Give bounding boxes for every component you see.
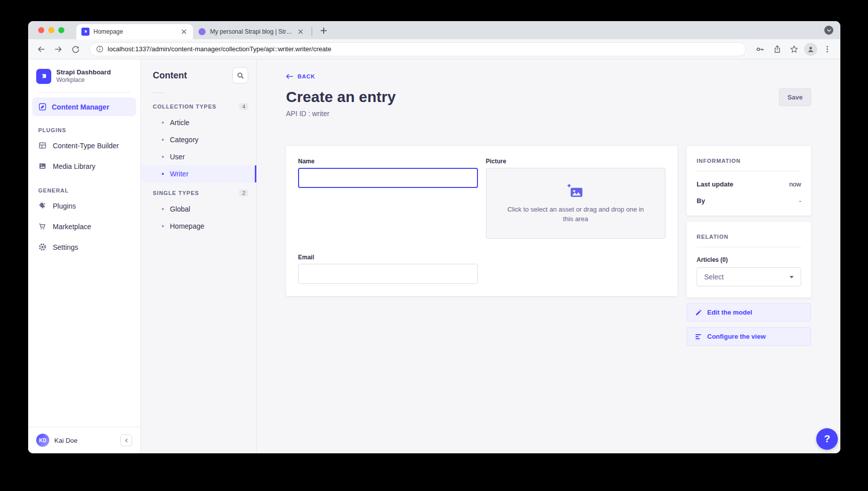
strapi-favicon-icon bbox=[81, 28, 89, 36]
password-key-icon[interactable] bbox=[753, 42, 767, 56]
api-id-subtitle: API ID : writer bbox=[286, 110, 396, 118]
address-bar[interactable]: localhost:1337/admin/content-manager/col… bbox=[89, 42, 746, 56]
blog-favicon-icon bbox=[198, 28, 206, 36]
subnav-item-label: Writer bbox=[170, 170, 188, 178]
close-tab-icon[interactable] bbox=[297, 28, 305, 36]
content-manager-icon bbox=[38, 103, 47, 111]
email-field-label: Email bbox=[298, 254, 478, 261]
email-input[interactable] bbox=[298, 264, 478, 284]
window-close-button[interactable] bbox=[38, 27, 44, 33]
nav-item-content-manager[interactable]: Content Manager bbox=[32, 97, 136, 116]
browser-window: Homepage My personal Strapi blog | Strap bbox=[28, 21, 840, 453]
save-button[interactable]: Save bbox=[779, 88, 811, 106]
add-image-icon bbox=[566, 183, 585, 199]
nav-item-label: Media Library bbox=[53, 162, 95, 170]
browser-profile-avatar[interactable] bbox=[804, 43, 817, 56]
arrow-left-icon bbox=[286, 73, 294, 79]
url-text: localhost:1337/admin/content-manager/col… bbox=[108, 45, 331, 53]
nav-item-label: Marketplace bbox=[53, 223, 91, 231]
nav-item-settings[interactable]: Settings bbox=[28, 237, 140, 257]
new-tab-button[interactable] bbox=[317, 24, 330, 37]
subnav-item-global[interactable]: Global bbox=[141, 201, 256, 218]
tab-search-button[interactable] bbox=[824, 26, 833, 35]
nav-item-marketplace[interactable]: Marketplace bbox=[28, 216, 140, 237]
relation-title: RELATION bbox=[697, 231, 801, 240]
subnav-item-category[interactable]: Category bbox=[141, 131, 256, 148]
information-card: INFORMATION Last update now By - bbox=[687, 146, 811, 216]
forward-navigation-button[interactable] bbox=[51, 42, 65, 56]
tabs: Homepage My personal Strapi blog | Strap bbox=[76, 21, 330, 39]
tab-strip: Homepage My personal Strapi blog | Strap bbox=[28, 21, 840, 39]
search-button[interactable] bbox=[232, 67, 248, 83]
picture-upload-hint: Click to select an asset or drag and dro… bbox=[505, 205, 647, 224]
subnav-item-label: Article bbox=[170, 119, 189, 127]
window-zoom-button[interactable] bbox=[58, 27, 64, 33]
information-title: INFORMATION bbox=[697, 155, 801, 164]
bullet-icon bbox=[162, 139, 164, 141]
name-field-label: Name bbox=[298, 158, 478, 165]
tab-title: My personal Strapi blog | Strap bbox=[210, 28, 293, 35]
picture-upload-dropzone[interactable]: Click to select an asset or drag and dro… bbox=[486, 168, 666, 239]
screenshot-root: { "colors": { "primary": "#4945ff", "pri… bbox=[0, 0, 868, 491]
subnav-item-user[interactable]: User bbox=[141, 148, 256, 165]
divider bbox=[697, 247, 801, 247]
layout-icon bbox=[38, 141, 47, 150]
strapi-admin: Strapi Dashboard Workplace Content Manag… bbox=[28, 59, 840, 453]
subnav-item-label: Homepage bbox=[170, 222, 205, 230]
info-label: Last update bbox=[697, 180, 733, 188]
nav-item-media-library[interactable]: Media Library bbox=[28, 156, 140, 176]
subnav-item-label: User bbox=[170, 153, 185, 161]
back-link[interactable]: BACK bbox=[286, 73, 315, 79]
info-row-last-update: Last update now bbox=[697, 180, 801, 188]
configure-view-button[interactable]: Configure the view bbox=[687, 327, 811, 346]
tab-blog[interactable]: My personal Strapi blog | Strap bbox=[193, 24, 310, 39]
subnav-item-label: Global bbox=[170, 205, 190, 213]
nav-item-content-type-builder[interactable]: Content-Type Builder bbox=[28, 135, 140, 156]
subnav-item-article[interactable]: Article bbox=[141, 114, 256, 131]
configure-view-label: Configure the view bbox=[707, 333, 765, 340]
edit-model-button[interactable]: Edit the model bbox=[687, 303, 811, 322]
window-minimize-button[interactable] bbox=[48, 27, 54, 33]
email-field: Email bbox=[298, 254, 478, 284]
close-tab-icon[interactable] bbox=[180, 28, 188, 36]
picture-field: Picture Click to select an asset or drag… bbox=[486, 158, 666, 239]
subnav-item-label: Category bbox=[170, 136, 199, 144]
gear-icon bbox=[38, 243, 47, 251]
subnav-item-writer[interactable]: Writer bbox=[141, 165, 256, 182]
info-row-by: By - bbox=[697, 197, 801, 205]
reload-button[interactable] bbox=[68, 42, 82, 56]
tab-homepage[interactable]: Homepage bbox=[76, 24, 193, 39]
articles-relation-select[interactable]: Select bbox=[697, 267, 801, 286]
entry-aside: INFORMATION Last update now By - RELATIO… bbox=[687, 146, 811, 346]
browser-menu-icon[interactable] bbox=[820, 42, 834, 56]
browser-toolbar: localhost:1337/admin/content-manager/col… bbox=[28, 39, 840, 59]
collection-types-count-badge: 4 bbox=[239, 103, 248, 110]
strapi-logo-icon bbox=[36, 69, 51, 84]
bookmark-star-icon[interactable] bbox=[787, 42, 801, 56]
brand: Strapi Dashboard Workplace bbox=[28, 68, 140, 84]
group-label-collection-types: COLLECTION TYPES bbox=[153, 104, 217, 110]
select-placeholder: Select bbox=[704, 273, 724, 281]
nav-item-plugins[interactable]: Plugins bbox=[28, 195, 140, 216]
name-input[interactable] bbox=[298, 168, 478, 188]
single-types-count-badge: 2 bbox=[239, 189, 248, 197]
help-button[interactable]: ? bbox=[816, 428, 838, 450]
back-navigation-button[interactable] bbox=[34, 42, 48, 56]
user-avatar: KD bbox=[36, 434, 49, 447]
content-sub-navigation: Content COLLECTION TYPES 4 Article Categ… bbox=[141, 59, 257, 453]
entry-form-card: Name Picture Click to select an asset or… bbox=[286, 146, 678, 296]
share-icon[interactable] bbox=[770, 42, 784, 56]
info-value: - bbox=[799, 197, 801, 205]
window-controls bbox=[38, 27, 64, 33]
site-info-icon[interactable] bbox=[96, 45, 104, 53]
nav-item-label: Content-Type Builder bbox=[53, 142, 119, 150]
bullet-icon bbox=[162, 225, 164, 227]
subnav-item-homepage[interactable]: Homepage bbox=[141, 218, 256, 235]
group-label-single-types: SINGLE TYPES bbox=[153, 190, 199, 196]
nav-divider bbox=[38, 92, 130, 92]
nav-section-plugins: PLUGINS bbox=[28, 116, 140, 135]
collapse-sidebar-button[interactable] bbox=[120, 434, 132, 446]
bullet-icon bbox=[162, 208, 164, 210]
configure-lines-icon bbox=[695, 333, 702, 340]
picture-field-label: Picture bbox=[486, 158, 666, 165]
